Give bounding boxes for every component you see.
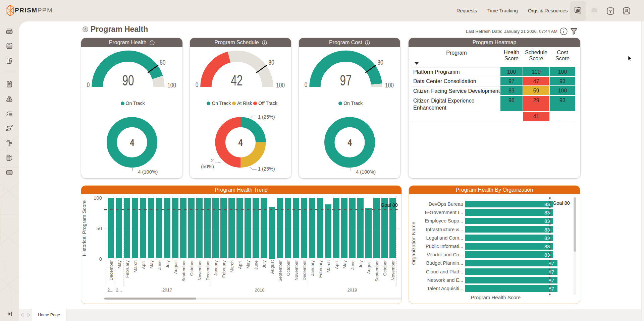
svg-text:?: ? — [609, 9, 612, 14]
